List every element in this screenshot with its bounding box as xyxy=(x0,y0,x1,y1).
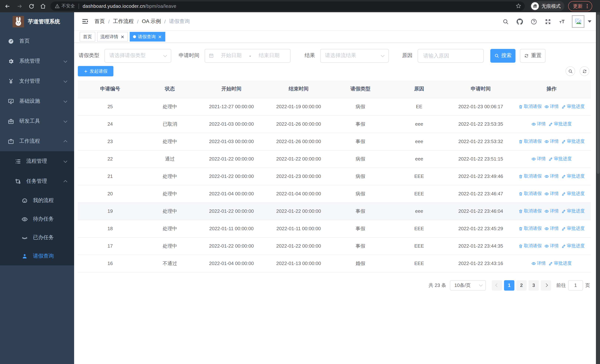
sidebar-item-infrastructure[interactable]: 基础设施 xyxy=(0,91,74,111)
approval-progress-link[interactable]: 审批进度 xyxy=(561,173,585,179)
action-label: 审批进度 xyxy=(567,225,585,232)
approval-progress-link[interactable]: 审批进度 xyxy=(548,260,572,267)
tag-item[interactable]: 首页 xyxy=(80,32,95,42)
reason-cell: EEE xyxy=(389,168,449,185)
address-bar[interactable]: 不安全 dashboard.yudao.iocoder.cn/bpm/oa/le… xyxy=(50,1,525,11)
action-label: 取消请假 xyxy=(524,138,542,145)
scrollbar-thumb[interactable] xyxy=(597,14,600,174)
navbar: 首页/工作流程/OA 示例/请假查询 xyxy=(74,12,596,31)
sidebar-item-process-management[interactable]: 流程管理 xyxy=(0,151,74,171)
chevron-right-icon xyxy=(544,283,548,287)
page-button[interactable]: 3 xyxy=(528,280,539,290)
prev-page-button[interactable] xyxy=(492,280,502,290)
start-time-cell: 2022-01-11 00:00:00 xyxy=(197,220,265,237)
sidebar-item-workflow[interactable]: 工作流程 xyxy=(0,131,74,151)
cancel-leave-link[interactable]: 取消请假 xyxy=(518,103,542,110)
detail-link[interactable]: 详情 xyxy=(531,260,546,267)
main-area: 首页/工作流程/OA 示例/请假查询 首页流程详情请假查询 请假类型 请选择请假… xyxy=(74,12,596,364)
sidebar-item-todo-tasks[interactable]: 待办任务 xyxy=(0,210,74,228)
approval-progress-link[interactable]: 审批进度 xyxy=(561,103,585,110)
tag-item[interactable]: 请假查询 xyxy=(130,32,165,42)
table-row: 20处理中2022-01-04 00:00:002022-01-04 00:00… xyxy=(78,185,591,202)
approval-progress-link[interactable]: 审批进度 xyxy=(561,191,585,197)
page-size-select[interactable]: 10条/页 xyxy=(450,280,486,290)
sidebar-item-done-tasks[interactable]: 已办任务 xyxy=(0,228,74,247)
approval-progress-link[interactable]: 审批进度 xyxy=(561,225,585,232)
approval-progress-link[interactable]: 审批进度 xyxy=(548,156,572,162)
cancel-leave-link[interactable]: 取消请假 xyxy=(518,138,542,145)
detail-link[interactable]: 详情 xyxy=(531,156,546,162)
github-icon[interactable] xyxy=(517,18,523,25)
breadcrumb-item[interactable]: 首页 xyxy=(94,18,105,25)
sidebar-item-home[interactable]: 首页 xyxy=(0,31,74,51)
page-button[interactable]: 1 xyxy=(504,280,514,290)
help-icon[interactable] xyxy=(531,18,537,25)
apply-time-range-picker[interactable]: 开始日期 - 结束日期 xyxy=(205,49,291,63)
detail-link[interactable]: 详情 xyxy=(544,191,559,197)
browser-menu-icon[interactable] xyxy=(584,3,590,9)
reason-input[interactable] xyxy=(422,52,479,59)
sidebar-item-payment-management[interactable]: 支付管理 xyxy=(0,71,74,91)
approval-progress-link[interactable]: 审批进度 xyxy=(561,208,585,214)
create-leave-button[interactable]: 发起请假 xyxy=(78,66,113,76)
detail-link[interactable]: 详情 xyxy=(544,138,559,145)
sidebar-item-system-management[interactable]: 系统管理 xyxy=(0,51,74,71)
end-time-cell: 2022-01-04 00:00:00 xyxy=(265,185,332,202)
approval-progress-link[interactable]: 审批进度 xyxy=(561,138,585,145)
user-avatar[interactable] xyxy=(572,15,584,28)
cancel-leave-link[interactable]: 取消请假 xyxy=(518,191,542,197)
reload-icon[interactable] xyxy=(28,3,35,9)
cancel-leave-link[interactable]: 取消请假 xyxy=(518,173,542,179)
result-select[interactable]: 请选择流结果 xyxy=(320,49,389,63)
leave-type-cell: 病假 xyxy=(332,98,389,115)
goto-page-input[interactable] xyxy=(568,280,583,290)
home-icon[interactable] xyxy=(40,3,46,9)
action-label: 取消请假 xyxy=(524,243,542,249)
sidebar-item-task-management[interactable]: 任务管理 xyxy=(0,171,74,191)
bookmark-star-icon[interactable] xyxy=(516,3,521,9)
search-icon[interactable] xyxy=(503,18,509,25)
close-icon[interactable] xyxy=(121,35,124,39)
sidebar-item-leave-query[interactable]: 请假查询 xyxy=(0,247,74,265)
sidebar-item-dev-tools[interactable]: 研发工具 xyxy=(0,111,74,131)
caret-down-icon[interactable] xyxy=(588,20,591,23)
fullscreen-icon[interactable] xyxy=(545,18,551,25)
sidebar-collapse-icon[interactable] xyxy=(82,18,89,25)
leave-type-cell: 事假 xyxy=(332,115,389,133)
next-page-button[interactable] xyxy=(541,280,551,290)
detail-link[interactable]: 详情 xyxy=(531,121,546,127)
browser-scrollbar[interactable] xyxy=(596,12,600,364)
sidebar-item-my-process[interactable]: 我的流程 xyxy=(0,191,74,210)
detail-link[interactable]: 详情 xyxy=(544,173,559,179)
font-size-icon[interactable] xyxy=(559,18,565,25)
breadcrumb-item[interactable]: 工作流程 xyxy=(113,18,134,25)
approval-progress-link[interactable]: 审批进度 xyxy=(548,121,572,127)
back-icon[interactable] xyxy=(4,3,10,9)
reason-label: 原因 xyxy=(402,52,412,59)
leave-type-select[interactable]: 请选择请假类型 xyxy=(104,49,171,63)
leave-type-cell: 病假 xyxy=(332,150,389,168)
detail-link[interactable]: 详情 xyxy=(544,243,559,249)
request-id-cell: 21 xyxy=(78,168,142,185)
breadcrumb-item[interactable]: OA 示例 xyxy=(142,18,161,25)
tag-item[interactable]: 流程详情 xyxy=(97,32,128,42)
cancel-leave-link[interactable]: 取消请假 xyxy=(518,243,542,249)
reset-button[interactable]: 重置 xyxy=(520,49,545,63)
incognito-profile-chip[interactable]: 无痕模式 xyxy=(530,1,564,11)
refresh-table-button[interactable] xyxy=(580,66,589,76)
chevron-down-icon xyxy=(381,53,384,57)
detail-link[interactable]: 详情 xyxy=(544,225,559,232)
row-actions: 取消请假详情审批进度 xyxy=(512,138,591,145)
close-icon[interactable] xyxy=(158,35,162,39)
toggle-search-button[interactable] xyxy=(565,66,575,76)
table-row: 22通过2022-01-22 00:00:002022-01-22 00:00:… xyxy=(78,150,591,168)
cancel-leave-link[interactable]: 取消请假 xyxy=(518,208,542,214)
cancel-leave-link[interactable]: 取消请假 xyxy=(518,225,542,232)
search-button[interactable]: 搜索 xyxy=(490,49,516,63)
detail-link[interactable]: 详情 xyxy=(544,208,559,214)
detail-link[interactable]: 详情 xyxy=(544,103,559,110)
update-button[interactable]: 更新 xyxy=(568,1,592,11)
approval-progress-link[interactable]: 审批进度 xyxy=(561,243,585,249)
row-actions: 详情审批进度 xyxy=(512,121,591,127)
page-button[interactable]: 2 xyxy=(516,280,527,290)
